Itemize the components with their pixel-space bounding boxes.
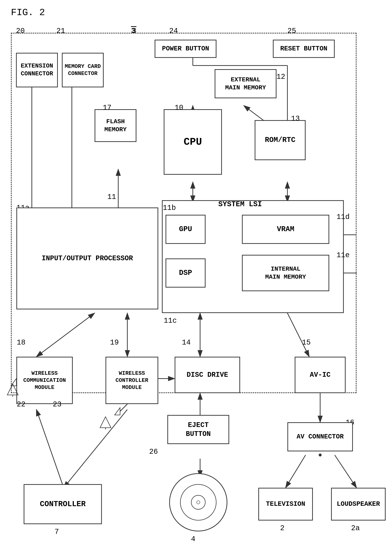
svg-point-33 [319,454,322,456]
svg-line-18 [286,455,306,488]
loudspeaker-box: LOUDSPEAKER [331,488,386,520]
ref-25: 25 [287,27,296,35]
disc-drive-box: DISC DRIVE [175,357,240,393]
ref-11: 11 [107,193,116,201]
ref-7: 7 [54,528,59,536]
svg-marker-36 [100,417,111,428]
antenna-wireless-comm [5,382,20,397]
ref-17: 17 [103,104,112,112]
ref-4: 4 [191,535,195,542]
television-box: TELEVISION [258,488,313,520]
ref-23: 23 [53,400,61,409]
system-lsi-label: SYSTEM LSI [218,200,262,208]
ref-2a: 2a [351,524,360,532]
svg-marker-34 [7,384,18,395]
power-button-box: POWER BUTTON [155,40,216,58]
gpu-box: GPU [166,215,205,244]
ref-18: 18 [17,339,26,347]
internal-main-memory-box: INTERNAL MAIN MEMORY [242,255,329,291]
controller-box: CONTROLLER [24,484,102,524]
eject-button-box: EJECT BUTTON [167,415,229,444]
rom-rtc-box: ROM/RTC [255,120,306,160]
svg-line-19 [335,455,357,488]
ref-11d: 11d [337,213,350,221]
external-main-memory-box: EXTERNAL MAIN MEMORY [215,69,276,98]
svg-marker-25 [115,408,120,415]
ref-15: 15 [302,339,311,347]
system-ref-overline: 3 [132,27,136,35]
ref-26: 26 [149,448,158,456]
vram-box: VRAM [242,215,329,244]
wireless-comm-box: WIRELESS COMMUNICATION MODULE [16,357,73,404]
svg-line-24 [120,404,127,411]
disc [169,473,227,531]
dsp-box: DSP [166,258,205,287]
ref-20: 20 [16,27,25,35]
memory-card-connector-box: MEMORY CARD CONNECTOR [62,53,104,87]
av-connector-box: AV CONNECTOR [287,422,353,451]
figure-label: FIG. 2 [11,7,45,18]
ref-13: 13 [291,115,300,123]
ref-19: 19 [110,339,119,347]
ref-10: 10 [175,104,183,112]
ref-2: 2 [280,524,285,532]
wireless-ctrl-box: WIRELESS CONTROLLER MODULE [106,357,158,404]
cpu-box: CPU [164,109,222,175]
extension-connector-box: EXTENSION CONNECTOR [16,53,58,87]
svg-line-27 [64,410,127,488]
ref-11e: 11e [337,251,350,259]
ref-24: 24 [169,27,178,35]
iop-box: INPUT/OUTPUT PROCESSOR [16,207,158,309]
ref-11b-label: 11b [163,204,176,212]
ref-14: 14 [182,339,191,347]
ref-22: 22 [17,400,26,409]
ref-12: 12 [276,73,285,81]
ref-21: 21 [56,27,65,35]
ref-11c: 11c [164,317,177,325]
flash-memory-box: FLASH MEMORY [95,109,136,142]
reset-button-box: RESET BUTTON [273,40,335,58]
antenna-wireless-ctrl [98,415,113,429]
av-ic-box: AV-IC [295,357,346,393]
svg-line-26 [36,410,64,488]
